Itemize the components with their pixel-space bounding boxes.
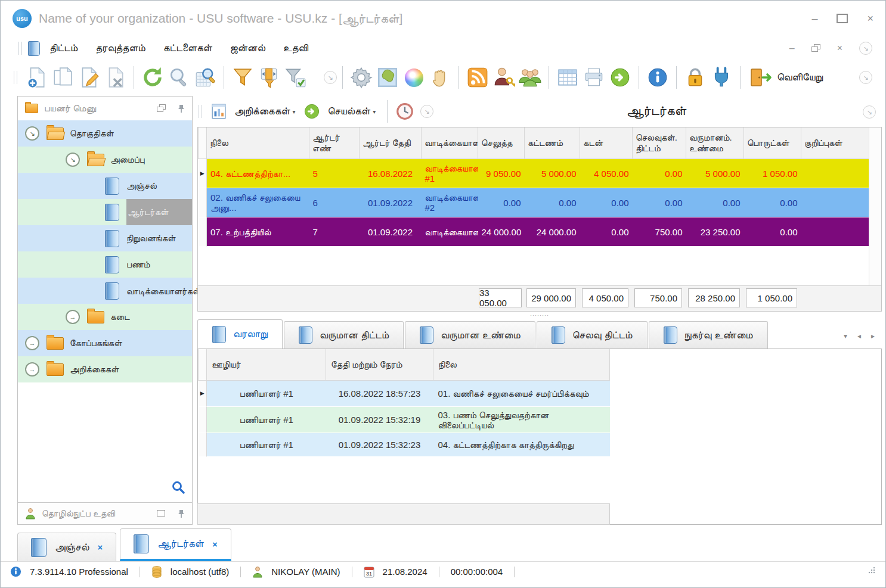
- tree-item-money[interactable]: பணம்: [18, 251, 192, 278]
- order-row[interactable]: ▶ 04. கட்டணத்திற்கா... 5 16.08.2022 வாடி…: [199, 159, 870, 188]
- tree-item-shop[interactable]: → கடை: [18, 304, 192, 330]
- pin-icon[interactable]: [178, 509, 185, 518]
- feed-button[interactable]: [464, 64, 491, 91]
- mdi-restore-button[interactable]: [811, 44, 820, 52]
- col-pay[interactable]: செலுத்த: [478, 127, 525, 159]
- col-datetime[interactable]: தேதி மற்றும் நேரம்: [326, 349, 433, 381]
- module-toolbar-overflow-button[interactable]: ↘: [420, 105, 433, 118]
- settings-button[interactable]: [348, 64, 374, 91]
- tab-expense-plan[interactable]: செலவு திட்டம்: [537, 321, 648, 349]
- filter-button[interactable]: [230, 64, 256, 91]
- col-goods[interactable]: பொருட்கள்: [744, 127, 801, 159]
- resize-grip[interactable]: [866, 566, 876, 577]
- splitter-handle[interactable]: ········: [197, 310, 882, 320]
- maximize-button[interactable]: [837, 14, 848, 23]
- print-button[interactable]: [581, 64, 607, 91]
- tree-item-directories[interactable]: → கோப்பகங்கள்: [18, 330, 192, 356]
- stop-hand-button[interactable]: [427, 64, 453, 91]
- col-status[interactable]: நிலை: [207, 127, 309, 159]
- col-fee[interactable]: கட்டணம்: [525, 127, 580, 159]
- map-button[interactable]: [374, 64, 401, 91]
- reports-menu-button[interactable]: அறிக்கைகள்: [234, 105, 290, 117]
- edit-record-button[interactable]: [76, 64, 102, 91]
- colors-button[interactable]: [401, 64, 427, 91]
- grid-view-button[interactable]: [554, 64, 581, 91]
- expand-panel-icon[interactable]: [157, 510, 166, 517]
- tab-list-button[interactable]: ▾: [844, 332, 847, 340]
- user-access-button[interactable]: [491, 64, 517, 91]
- mdi-minimize-button[interactable]: –: [789, 43, 795, 54]
- menu-item-database[interactable]: தரவுத்தளம்: [95, 42, 145, 54]
- menu-grip[interactable]: [18, 42, 22, 55]
- col-customer[interactable]: வாடிக்கையாளர்: [422, 127, 478, 159]
- expander-open-icon[interactable]: ↘: [25, 126, 39, 141]
- advanced-search-button[interactable]: [192, 64, 218, 91]
- order-row[interactable]: 07. உற்பத்தியில் 7 01.09.2022 வாடிக்கையா…: [199, 217, 870, 247]
- about-button[interactable]: [645, 64, 671, 91]
- history-row[interactable]: பணியாளர் #1 01.09.2022 15:32:23 04. கட்ட…: [199, 433, 610, 457]
- toolbar-overflow-button[interactable]: ↘: [324, 71, 337, 84]
- new-record-button[interactable]: [23, 64, 49, 91]
- tab-expense-fact[interactable]: நுகர்வு உண்மை: [649, 321, 768, 349]
- expander-closed-icon[interactable]: →: [66, 310, 80, 324]
- search-button[interactable]: [166, 64, 192, 91]
- toolbar-grip[interactable]: [14, 71, 17, 84]
- employees-button[interactable]: [517, 64, 543, 91]
- tree-item-setup[interactable]: ↘ அமைப்பு: [18, 147, 192, 173]
- col-debt[interactable]: கடன்: [580, 127, 633, 159]
- menu-overflow-button[interactable]: ↘: [859, 42, 872, 55]
- tree-item-modules[interactable]: ↘ தொகுதிகள்: [18, 120, 192, 147]
- undock-icon[interactable]: [157, 104, 166, 113]
- close-button[interactable]: ×: [867, 13, 873, 25]
- tree-item-reports[interactable]: → அறிக்கைகள்: [18, 356, 192, 382]
- menu-item-commands[interactable]: கட்டளைகள்: [163, 42, 212, 54]
- toolbar-right-overflow-button[interactable]: ↘: [859, 71, 872, 84]
- delete-record-button[interactable]: [102, 64, 128, 91]
- panel-overflow-button[interactable]: ↘: [863, 105, 876, 119]
- tree-item-orders[interactable]: ஆர்டர்கள்: [18, 199, 192, 225]
- reports-button[interactable]: [208, 98, 230, 125]
- filter-panel-button[interactable]: [256, 64, 282, 91]
- tree-item-customers[interactable]: வாடிக்கையாளர்கள்: [18, 278, 192, 304]
- menu-item-program[interactable]: திட்டம்: [49, 42, 78, 54]
- expander-open-icon[interactable]: ↘: [66, 153, 80, 167]
- tree-search-button[interactable]: [172, 481, 185, 496]
- history-row[interactable]: பணியாளர் #1 01.09.2022 15:32:19 03. பணம்…: [199, 407, 610, 433]
- minimize-button[interactable]: –: [811, 13, 817, 25]
- close-tab-icon[interactable]: ×: [98, 542, 103, 552]
- module-toolbar-grip[interactable]: [199, 105, 202, 118]
- col-notes[interactable]: குறிப்புகள்: [801, 127, 870, 159]
- col-order-number[interactable]: ஆர்டர் எண்: [309, 127, 360, 159]
- tab-history[interactable]: வரலாறு: [197, 319, 283, 349]
- scheduler-button[interactable]: [393, 98, 417, 125]
- tree-item-mail[interactable]: அஞ்சல்: [18, 173, 192, 199]
- connection-button[interactable]: [708, 64, 735, 91]
- tech-support-panel[interactable]: தொழில்நுட்ப உதவி: [18, 502, 192, 524]
- tab-income-plan[interactable]: வருமான திட்டம்: [284, 321, 404, 349]
- expander-closed-icon[interactable]: →: [25, 362, 39, 377]
- exit-button[interactable]: வெளியேறு: [748, 66, 823, 89]
- go-next-button[interactable]: [607, 64, 633, 91]
- copy-record-button[interactable]: [49, 64, 76, 91]
- tab-scroll-right-button[interactable]: ▸: [871, 332, 875, 340]
- col-status[interactable]: நிலை: [433, 349, 610, 381]
- col-employee[interactable]: ஊழியர்: [207, 349, 326, 381]
- col-expenses-plan[interactable]: செலவுகள். திட்டம்: [633, 127, 686, 159]
- pin-icon[interactable]: [178, 104, 185, 113]
- lock-button[interactable]: [682, 64, 708, 91]
- menu-item-help[interactable]: உதவி: [283, 42, 308, 54]
- tree-item-companies[interactable]: நிறுவனங்கள்: [18, 225, 192, 251]
- expander-closed-icon[interactable]: →: [25, 336, 39, 350]
- menu-item-window[interactable]: ஜன்னல்: [230, 42, 265, 54]
- actions-menu-button[interactable]: செயல்கள்: [327, 105, 370, 117]
- refresh-button[interactable]: [140, 64, 166, 91]
- filter-apply-button[interactable]: [282, 64, 308, 91]
- close-tab-icon[interactable]: ×: [212, 539, 218, 549]
- tab-income-fact[interactable]: வருமான உண்மை: [405, 321, 535, 349]
- window-tab-orders[interactable]: ஆர்டர்கள் ×: [120, 528, 231, 561]
- order-row[interactable]: 02. வணிகச் சலுகையை அனு... 6 01.09.2022 வ…: [199, 188, 870, 217]
- vertical-scrollbar[interactable]: [869, 127, 881, 286]
- tab-scroll-left-button[interactable]: ◂: [857, 332, 861, 340]
- actions-button[interactable]: [301, 98, 323, 125]
- history-row[interactable]: ▶ பணியாளர் #1 16.08.2022 18:57:23 01. வண…: [199, 381, 610, 407]
